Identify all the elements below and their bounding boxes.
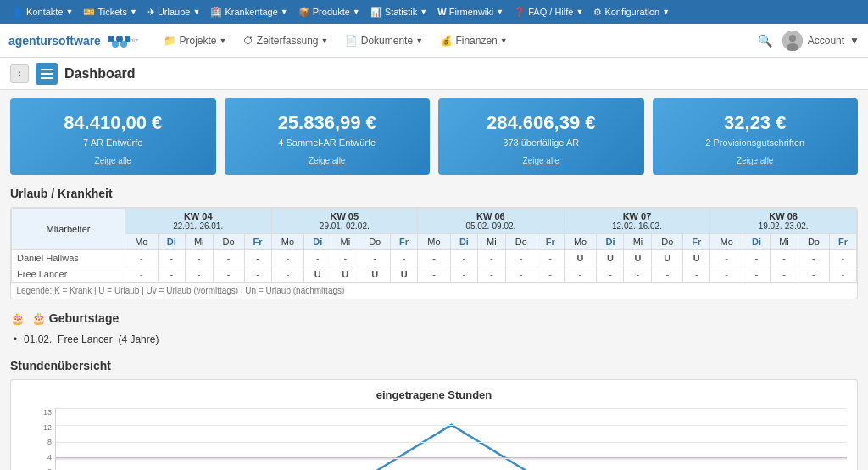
y-label-12: 12 [21, 423, 52, 432]
grid-line-1 [56, 408, 847, 409]
kw07-fr: Fr [683, 234, 710, 250]
top-navigation: 👤 Kontakte ▼ 🎫 Tickets ▼ ✈ Urlaube ▼ 🏥 K… [0, 0, 868, 24]
account-avatar [782, 31, 803, 51]
finanzen-icon: 💰 [440, 35, 453, 47]
faq-icon: ❓ [514, 7, 526, 18]
hamburger-line2 [41, 73, 53, 75]
urlaub-section-title: Urlaub / Krankheit [10, 187, 858, 200]
sec-nav-dokumente[interactable]: 📄 Dokumente ▼ [337, 24, 431, 58]
kw07-mi: Mi [624, 234, 652, 250]
svg-point-6 [789, 35, 796, 42]
page-header: ‹ Dashboard [0, 58, 868, 90]
logo-text: agentursoftware [8, 34, 101, 48]
top-nav-konfiguration[interactable]: ⚙ Konfiguration ▼ [588, 0, 675, 24]
birthday-icon: 🎂 [10, 311, 25, 325]
top-nav-produkte[interactable]: 📦 Produkte ▼ [293, 0, 365, 24]
kw06-do: Do [505, 234, 537, 250]
statistik-arrow: ▼ [420, 8, 427, 16]
dokumente-icon: 📄 [345, 35, 358, 47]
sec-nav-projekte[interactable]: 📁 Projekte ▼ [155, 24, 235, 58]
kw07-di: Di [597, 234, 624, 250]
krankentage-arrow: ▼ [281, 8, 288, 16]
kw05-mi: Mi [331, 234, 359, 250]
mitarbeiter-header: Mitarbeiter [12, 209, 125, 250]
kontakte-icon: 👤 [12, 7, 24, 18]
sec-nav-right: 🔍 Account ▼ [754, 31, 860, 51]
metric-link-sammel[interactable]: Zeige alle [235, 156, 420, 165]
faq-arrow: ▼ [576, 8, 583, 16]
top-nav-statistik[interactable]: 📊 Statistik ▼ [365, 0, 433, 24]
top-nav-firmenwiki[interactable]: W Firmenwiki ▼ [432, 0, 509, 24]
sec-nav-finanzen[interactable]: 💰 Finanzen ▼ [431, 24, 516, 58]
top-nav-tickets[interactable]: 🎫 Tickets ▼ [78, 0, 142, 24]
kontakte-arrow: ▼ [65, 8, 73, 16]
back-button[interactable]: ‹ [10, 64, 29, 83]
account-button[interactable]: Account ▼ [782, 31, 860, 51]
logo-icon [104, 32, 130, 49]
metric-link-ueberfaellig[interactable]: Zeige alle [448, 156, 634, 165]
metric-value-provision: 32,23 € [663, 112, 849, 134]
birthday-item: 01.02. Free Lancer (4 Jahre) [10, 332, 858, 347]
top-nav-kontakte[interactable]: 👤 Kontakte ▼ [7, 0, 78, 24]
kw06-fr: Fr [537, 234, 564, 250]
ist-stunden-line [56, 425, 847, 470]
employee-row-freelancer: Free Lancer ----- -UUUU ----- ----- ----… [12, 266, 857, 283]
kw07-mo: Mo [564, 234, 597, 250]
zeiterfassung-arrow: ▼ [321, 36, 329, 45]
chart-area: 13 12 8 4 0 [21, 408, 847, 470]
hours-section: eingetragene Stunden 13 12 8 4 0 [10, 379, 858, 470]
calendar-legend-row: Legende: K = Krank | U = Urlaub | Uv = U… [12, 283, 857, 299]
urlaube-icon: ✈ [147, 7, 155, 18]
metric-card-ar-entwuerfe: 84.410,00 € 7 AR Entwürfe Zeige alle [10, 98, 216, 175]
kw08-di: Di [743, 234, 771, 250]
chart-svg [56, 408, 847, 470]
account-arrow: ▼ [849, 35, 860, 47]
metric-link-ar[interactable]: Zeige alle [20, 156, 206, 165]
top-nav-faq[interactable]: ❓ FAQ / Hilfe ▼ [509, 0, 588, 24]
sec-nav-zeiterfassung[interactable]: ⏱ Zeiterfassung ▼ [235, 24, 337, 58]
kw06-mo: Mo [418, 234, 451, 250]
hamburger-line3 [41, 77, 53, 79]
kw08-do: Do [798, 234, 829, 250]
chart-y-labels: 13 12 8 4 0 [21, 408, 55, 470]
metric-value-sammel: 25.836,99 € [235, 112, 420, 134]
kw05-mo: Mo [271, 234, 304, 250]
metric-cards: 84.410,00 € 7 AR Entwürfe Zeige alle 25.… [10, 98, 858, 175]
top-nav-krankentage[interactable]: 🏥 Krankentage ▼ [205, 0, 292, 24]
hours-section-title: Stundenübersicht [10, 359, 858, 372]
grid-line-4 [56, 458, 847, 459]
kw04-mo: Mo [125, 234, 158, 250]
birthday-section: 🎂 🎂 Geburtstage 01.02. Free Lancer (4 Ja… [10, 311, 858, 347]
projekte-arrow: ▼ [220, 36, 227, 45]
calendar-legend: Legende: K = Krank | U = Urlaub | Uv = U… [12, 283, 857, 299]
menu-button[interactable] [36, 63, 58, 85]
metric-link-provision[interactable]: Zeige alle [663, 156, 849, 165]
kw05-header: KW 05 29.01.-02.02. [271, 209, 418, 234]
metric-label-provision: 2 Provisionsgutschriften [663, 137, 849, 148]
kw08-mo: Mo [710, 234, 743, 250]
kw05-do: Do [359, 234, 391, 250]
search-button[interactable]: 🔍 [754, 31, 776, 51]
tickets-arrow: ▼ [130, 8, 137, 16]
y-label-4: 4 [21, 453, 52, 462]
day-header-row: Mo Di Mi Do Fr Mo Di Mi Do Fr Mo Di Mi D… [12, 234, 857, 250]
kw04-di: Di [158, 234, 185, 250]
finanzen-arrow: ▼ [500, 36, 508, 45]
tickets-icon: 🎫 [83, 7, 95, 18]
urlaube-arrow: ▼ [192, 8, 200, 16]
avatar-icon [782, 31, 803, 51]
kw06-mi: Mi [477, 234, 505, 250]
kw08-mi: Mi [771, 234, 798, 250]
dokumente-arrow: ▼ [415, 36, 423, 45]
konfiguration-icon: ⚙ [593, 7, 602, 18]
metric-label-ueberfaellig: 373 überfällige AR [448, 137, 634, 148]
kw06-header: KW 06 05.02.-09.02. [418, 209, 565, 234]
birthday-info: (4 Jahre) [118, 333, 159, 345]
metric-card-ueberfaellig: 284.606,39 € 373 überfällige AR Zeige al… [438, 98, 644, 175]
top-nav-urlaube[interactable]: ✈ Urlaube ▼ [142, 0, 206, 24]
kw07-do: Do [652, 234, 683, 250]
employee-name-daniel: Daniel Hallwas [12, 250, 125, 266]
chart-main [55, 408, 847, 470]
kw06-di: Di [450, 234, 477, 250]
statistik-icon: 📊 [370, 7, 382, 18]
